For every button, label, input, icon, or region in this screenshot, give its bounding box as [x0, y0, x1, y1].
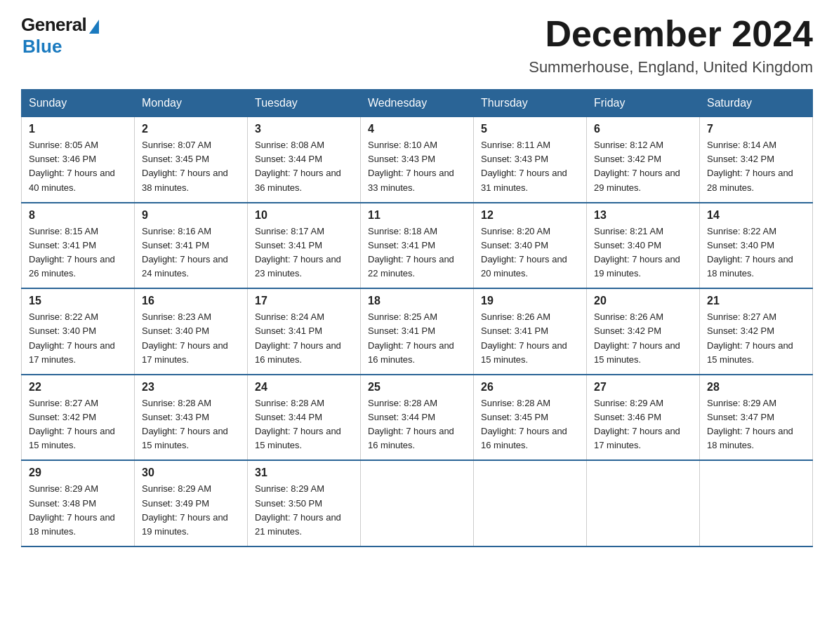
day-info: Sunrise: 8:15 AMSunset: 3:41 PMDaylight:…: [29, 226, 115, 279]
day-number: 14: [707, 209, 805, 222]
day-number: 5: [481, 123, 579, 135]
day-info: Sunrise: 8:28 AMSunset: 3:44 PMDaylight:…: [255, 398, 341, 450]
day-number: 4: [368, 123, 466, 135]
day-number: 31: [255, 467, 353, 479]
day-info: Sunrise: 8:28 AMSunset: 3:43 PMDaylight:…: [142, 398, 228, 450]
calendar-cell: [474, 460, 587, 546]
page-header: General Blue December 2024 Summerhouse, …: [21, 14, 813, 76]
calendar-week-row: 1 Sunrise: 8:05 AMSunset: 3:46 PMDayligh…: [22, 117, 813, 203]
calendar-cell: [587, 460, 700, 546]
calendar-cell: 1 Sunrise: 8:05 AMSunset: 3:46 PMDayligh…: [22, 117, 135, 203]
calendar-cell: 31 Sunrise: 8:29 AMSunset: 3:50 PMDaylig…: [248, 460, 361, 546]
calendar-cell: 30 Sunrise: 8:29 AMSunset: 3:49 PMDaylig…: [135, 460, 248, 546]
day-info: Sunrise: 8:29 AMSunset: 3:50 PMDaylight:…: [255, 483, 341, 536]
day-number: 29: [29, 467, 127, 479]
day-info: Sunrise: 8:12 AMSunset: 3:42 PMDaylight:…: [594, 140, 680, 192]
calendar-cell: 3 Sunrise: 8:08 AMSunset: 3:44 PMDayligh…: [248, 117, 361, 203]
weekday-header-monday: Monday: [135, 90, 248, 117]
calendar-cell: 7 Sunrise: 8:14 AMSunset: 3:42 PMDayligh…: [700, 117, 813, 203]
month-title: December 2024: [529, 14, 813, 54]
calendar-cell: 15 Sunrise: 8:22 AMSunset: 3:40 PMDaylig…: [22, 288, 135, 375]
day-info: Sunrise: 8:21 AMSunset: 3:40 PMDaylight:…: [594, 226, 680, 279]
calendar-cell: 21 Sunrise: 8:27 AMSunset: 3:42 PMDaylig…: [700, 288, 813, 375]
weekday-header-row: SundayMondayTuesdayWednesdayThursdayFrid…: [22, 90, 813, 117]
calendar-cell: 6 Sunrise: 8:12 AMSunset: 3:42 PMDayligh…: [587, 117, 700, 203]
day-number: 3: [255, 123, 353, 135]
day-number: 24: [255, 381, 353, 394]
calendar-week-row: 15 Sunrise: 8:22 AMSunset: 3:40 PMDaylig…: [22, 288, 813, 375]
day-number: 15: [29, 295, 127, 307]
calendar-cell: 22 Sunrise: 8:27 AMSunset: 3:42 PMDaylig…: [22, 375, 135, 461]
day-info: Sunrise: 8:18 AMSunset: 3:41 PMDaylight:…: [368, 226, 454, 279]
calendar-cell: 23 Sunrise: 8:28 AMSunset: 3:43 PMDaylig…: [135, 375, 248, 461]
calendar-week-row: 29 Sunrise: 8:29 AMSunset: 3:48 PMDaylig…: [22, 460, 813, 546]
day-info: Sunrise: 8:22 AMSunset: 3:40 PMDaylight:…: [29, 311, 115, 364]
day-info: Sunrise: 8:14 AMSunset: 3:42 PMDaylight:…: [707, 140, 793, 192]
day-info: Sunrise: 8:29 AMSunset: 3:46 PMDaylight:…: [594, 398, 680, 450]
weekday-header-wednesday: Wednesday: [361, 90, 474, 117]
day-number: 7: [707, 123, 805, 135]
day-info: Sunrise: 8:29 AMSunset: 3:48 PMDaylight:…: [29, 483, 115, 536]
day-info: Sunrise: 8:23 AMSunset: 3:40 PMDaylight:…: [142, 311, 228, 364]
day-number: 10: [255, 209, 353, 222]
calendar-cell: 29 Sunrise: 8:29 AMSunset: 3:48 PMDaylig…: [22, 460, 135, 546]
day-info: Sunrise: 8:10 AMSunset: 3:43 PMDaylight:…: [368, 140, 454, 192]
day-info: Sunrise: 8:27 AMSunset: 3:42 PMDaylight:…: [707, 311, 793, 364]
weekday-header-sunday: Sunday: [22, 90, 135, 117]
day-number: 30: [142, 467, 240, 479]
day-number: 22: [29, 381, 127, 394]
day-number: 1: [29, 123, 127, 135]
day-info: Sunrise: 8:17 AMSunset: 3:41 PMDaylight:…: [255, 226, 341, 279]
calendar-cell: 2 Sunrise: 8:07 AMSunset: 3:45 PMDayligh…: [135, 117, 248, 203]
day-info: Sunrise: 8:25 AMSunset: 3:41 PMDaylight:…: [368, 311, 454, 364]
day-info: Sunrise: 8:07 AMSunset: 3:45 PMDaylight:…: [142, 140, 228, 192]
calendar-cell: 18 Sunrise: 8:25 AMSunset: 3:41 PMDaylig…: [361, 288, 474, 375]
calendar-cell: 4 Sunrise: 8:10 AMSunset: 3:43 PMDayligh…: [361, 117, 474, 203]
day-number: 27: [594, 381, 692, 394]
day-number: 11: [368, 209, 466, 222]
day-number: 21: [707, 295, 805, 307]
day-number: 28: [707, 381, 805, 394]
calendar-cell: 19 Sunrise: 8:26 AMSunset: 3:41 PMDaylig…: [474, 288, 587, 375]
calendar-week-row: 22 Sunrise: 8:27 AMSunset: 3:42 PMDaylig…: [22, 375, 813, 461]
calendar-cell: [361, 460, 474, 546]
calendar-cell: 20 Sunrise: 8:26 AMSunset: 3:42 PMDaylig…: [587, 288, 700, 375]
day-number: 6: [594, 123, 692, 135]
day-number: 20: [594, 295, 692, 307]
day-number: 19: [481, 295, 579, 307]
day-info: Sunrise: 8:08 AMSunset: 3:44 PMDaylight:…: [255, 140, 341, 192]
day-number: 23: [142, 381, 240, 394]
calendar-cell: 10 Sunrise: 8:17 AMSunset: 3:41 PMDaylig…: [248, 203, 361, 289]
calendar-cell: 17 Sunrise: 8:24 AMSunset: 3:41 PMDaylig…: [248, 288, 361, 375]
day-info: Sunrise: 8:24 AMSunset: 3:41 PMDaylight:…: [255, 311, 341, 364]
day-number: 25: [368, 381, 466, 394]
day-info: Sunrise: 8:26 AMSunset: 3:42 PMDaylight:…: [594, 311, 680, 364]
day-info: Sunrise: 8:29 AMSunset: 3:47 PMDaylight:…: [707, 398, 793, 450]
day-info: Sunrise: 8:27 AMSunset: 3:42 PMDaylight:…: [29, 398, 115, 450]
calendar-cell: 27 Sunrise: 8:29 AMSunset: 3:46 PMDaylig…: [587, 375, 700, 461]
calendar-table: SundayMondayTuesdayWednesdayThursdayFrid…: [21, 89, 813, 547]
logo-general-text: General: [21, 14, 86, 36]
calendar-cell: 24 Sunrise: 8:28 AMSunset: 3:44 PMDaylig…: [248, 375, 361, 461]
day-number: 16: [142, 295, 240, 307]
day-info: Sunrise: 8:29 AMSunset: 3:49 PMDaylight:…: [142, 483, 228, 536]
calendar-cell: 14 Sunrise: 8:22 AMSunset: 3:40 PMDaylig…: [700, 203, 813, 289]
day-number: 17: [255, 295, 353, 307]
calendar-cell: 11 Sunrise: 8:18 AMSunset: 3:41 PMDaylig…: [361, 203, 474, 289]
day-info: Sunrise: 8:11 AMSunset: 3:43 PMDaylight:…: [481, 140, 567, 192]
day-info: Sunrise: 8:28 AMSunset: 3:44 PMDaylight:…: [368, 398, 454, 450]
logo-triangle-icon: [89, 20, 99, 34]
weekday-header-friday: Friday: [587, 90, 700, 117]
calendar-cell: [700, 460, 813, 546]
day-number: 12: [481, 209, 579, 222]
day-info: Sunrise: 8:26 AMSunset: 3:41 PMDaylight:…: [481, 311, 567, 364]
calendar-cell: 13 Sunrise: 8:21 AMSunset: 3:40 PMDaylig…: [587, 203, 700, 289]
calendar-cell: 25 Sunrise: 8:28 AMSunset: 3:44 PMDaylig…: [361, 375, 474, 461]
day-info: Sunrise: 8:20 AMSunset: 3:40 PMDaylight:…: [481, 226, 567, 279]
day-info: Sunrise: 8:22 AMSunset: 3:40 PMDaylight:…: [707, 226, 793, 279]
calendar-cell: 9 Sunrise: 8:16 AMSunset: 3:41 PMDayligh…: [135, 203, 248, 289]
location-title: Summerhouse, England, United Kingdom: [529, 58, 813, 76]
calendar-cell: 5 Sunrise: 8:11 AMSunset: 3:43 PMDayligh…: [474, 117, 587, 203]
logo: General Blue: [21, 14, 99, 58]
day-info: Sunrise: 8:05 AMSunset: 3:46 PMDaylight:…: [29, 140, 115, 192]
